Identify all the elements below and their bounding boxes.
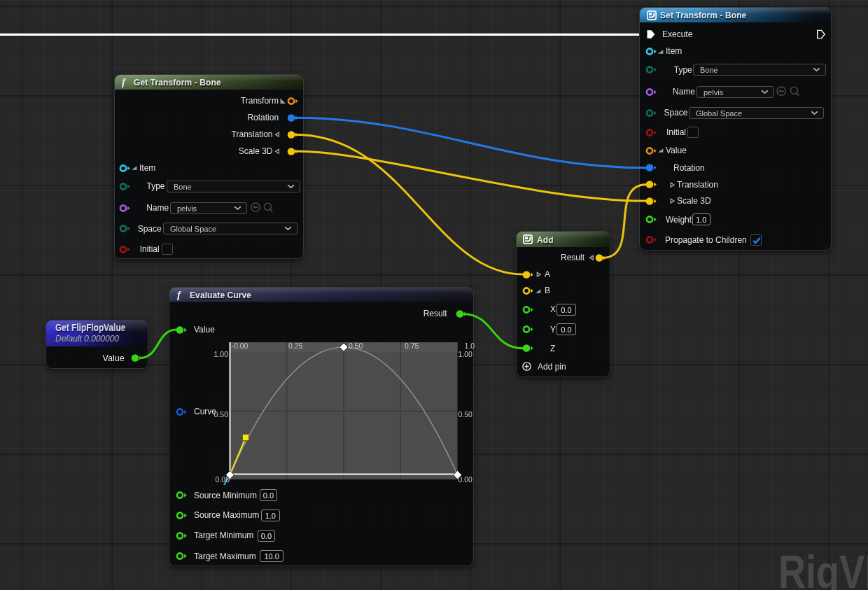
svg-text:-0.00: -0.00 [231, 342, 248, 350]
svg-text:1.00: 1.00 [458, 350, 472, 358]
svg-text:1.0: 1.0 [464, 342, 475, 350]
svg-text:1.00: 1.00 [214, 350, 228, 358]
svg-text:0.75: 0.75 [405, 342, 419, 350]
svg-text:0.50: 0.50 [458, 410, 472, 419]
svg-text:0.50: 0.50 [349, 342, 363, 350]
svg-text:0.50: 0.50 [214, 410, 228, 419]
svg-text:0.25: 0.25 [288, 342, 303, 350]
